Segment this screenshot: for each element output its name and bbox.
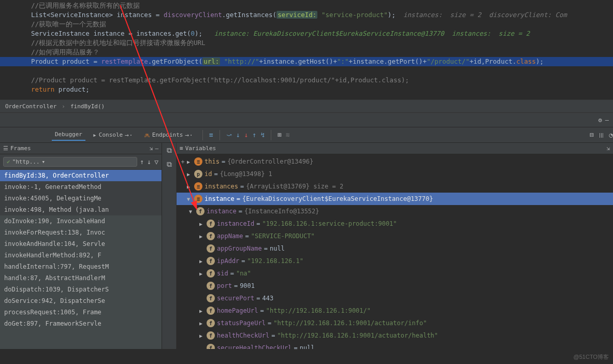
expand-icon[interactable]: ▶ [199,321,207,326]
variable-row[interactable]: ▶fsid="na" [177,267,613,280]
panel-title: Frames [10,145,31,152]
variable-row[interactable]: ▼finstance={InstanceInfo@13552} [177,205,613,217]
stack-frame[interactable]: doGet:897, FrameworkServle [0,318,162,329]
expand-icon[interactable]: ▶ [187,171,194,177]
frames-icon: ☰ [3,145,8,152]
expand-icon[interactable]: ▶ [199,271,207,276]
expand-icon[interactable]: ▶ [199,221,207,227]
pin-icon: →· [125,131,133,139]
step-out-icon[interactable]: ↑ [253,131,257,139]
variables-icon: ≡ [180,145,183,152]
variable-row[interactable]: ▶pid={Long@13498} 1 [177,168,613,180]
stack-frame[interactable]: doInvoke:190, InvocableHand [0,215,162,227]
minimize-icon[interactable]: — [605,117,609,124]
variable-row[interactable]: ▶fhomePageUrl="http://192.168.126.1:9001… [177,304,613,317]
debug-tool-header: ⚙ — [0,113,613,127]
stack-frame[interactable]: findById:38, OrderController [0,170,162,181]
evaluate-expression-icon[interactable]: ⊞ [278,131,282,139]
stack-frame[interactable]: invoke:45005, DelegatingMe [0,193,162,204]
step-into-icon[interactable]: ↓ [236,131,240,139]
force-step-into-icon[interactable]: ↓ [244,131,249,139]
variable-row[interactable]: fport=9001 [177,280,613,292]
inline-hint: instances: size = 2 discoveryClient: Com [396,11,567,19]
collapse-icon[interactable]: ▼ [187,196,194,202]
tab-debugger[interactable]: Debugger [52,129,85,141]
separator [271,130,271,140]
gear-icon[interactable]: ⚙ [599,117,602,124]
variable-row[interactable]: ▶fhealthCheckUrl="http://192.168.126.1:9… [177,329,613,342]
settings-icon[interactable]: ◔ [609,131,613,139]
variables-panel: ≡Variables ⇲ ＋▶≡this={OrderController@13… [177,143,613,349]
debug-tab-bar: Debugger ▸Console →· ⩕Endpoints →· ≡ ⤻ ↓… [0,127,613,143]
separator [220,130,220,140]
stack-frame[interactable]: processRequest:1005, Frame [0,307,162,318]
panel-title: Variables [185,145,216,152]
chevron-right-icon: › [62,103,65,110]
show-execution-point-icon[interactable]: ≡ [209,131,213,139]
code-text: List<ServiceInstance> instances = [31,11,164,19]
stack-frame[interactable]: invoke:-1, GeneratedMethod [0,181,162,193]
variable-row[interactable]: ▼≡instance={EurekaDiscoveryClient$Eureka… [177,193,613,205]
next-frame-icon[interactable]: ↓ [147,158,151,166]
restore-icon[interactable]: ⇲ [150,145,153,152]
tab-console[interactable]: ▸Console →· [90,129,136,141]
variable-row[interactable]: fappGroupName=null [177,242,613,255]
breadcrumb: OrderController › findById() [0,99,613,113]
variable-row[interactable]: ▶≡instances={ArrayList@13769} size = 2 [177,180,613,193]
copy-icon[interactable]: ⧉ [167,146,172,155]
variable-row[interactable]: ＋▶≡this={OrderController@13496} [177,155,613,168]
collapse-icon[interactable]: ▼ [189,209,196,214]
variable-row[interactable]: ▶fstatusPageUrl="http://192.168.126.1:90… [177,317,613,329]
stack-frame[interactable]: invokeAndHandle:104, Servle [0,238,162,250]
stack-frame[interactable]: invoke:498, Method (java.lan [0,204,162,215]
check-icon: ✔ [7,158,10,165]
tab-endpoints[interactable]: ⩕Endpoints →· [140,129,196,141]
stack-frame[interactable]: handle:87, AbstractHandlerM [0,272,162,284]
link-icon[interactable]: ⧉ [167,160,172,169]
expand-icon[interactable]: ▶ [199,308,207,314]
variable-row[interactable]: fsecurePort=443 [177,292,613,304]
code-comment: //已调用服务名称获取所有的元数据 [31,2,140,9]
thread-selector[interactable]: ✔ "http... ▾ [3,157,137,167]
variable-row[interactable]: ▶finstanceId="192.168.126.1:service-prod… [177,217,613,230]
thread-dump-icon[interactable]: ⫼ [598,131,605,139]
frames-list[interactable]: findById:38, OrderController invoke:-1, … [0,170,162,349]
expand-icon[interactable]: ▶ [199,234,207,239]
inline-hint: instance: EurekaDiscoveryClient$EurekaSe… [202,30,530,37]
stack-frame[interactable]: invokeHandlerMethod:892, F [0,250,162,261]
stack-frame[interactable]: invokeForRequest:138, Invoc [0,227,162,238]
stack-frame[interactable]: doDispatch:1039, DispatcherS [0,284,162,295]
endpoints-icon: ⩕ [143,131,150,139]
stack-frame[interactable]: doService:942, DispatcherSe [0,295,162,307]
vars-gutter: ⧉ ⧉ [162,143,177,349]
code-editor[interactable]: //已调用服务名称获取所有的元数据 List<ServiceInstance> … [0,0,613,99]
hide-icon[interactable]: — [155,145,158,152]
console-icon: ▸ [93,131,97,139]
frames-panel: ☰Frames ⇲ — ✔ "http... ▾ ↑ ↓ ▽ findById:… [0,143,162,349]
expand-icon[interactable]: ▶ [199,258,207,264]
crumb-class[interactable]: OrderController [2,102,60,111]
layout-icon[interactable]: ⊟ [590,131,594,139]
variable-row[interactable]: fsecureHealthCheckUrl=null [177,342,613,349]
separator [202,130,203,140]
variables-tree[interactable]: ＋▶≡this={OrderController@13496} ▶pid={Lo… [177,154,613,349]
drop-frame-icon[interactable]: ↯ [260,131,265,139]
add-watch-icon[interactable]: ＋ [179,157,187,166]
stack-frame[interactable]: handleInternal:797, RequestM [0,261,162,272]
expand-icon[interactable]: ▶ [199,333,207,339]
expand-icon[interactable]: ▶ [187,159,194,165]
expand-icon[interactable]: ▶ [187,184,194,190]
restore-icon[interactable]: ⇲ [606,145,610,152]
crumb-method[interactable]: findById() [67,102,108,111]
step-over-icon[interactable]: ⤻ [226,131,232,139]
filter-icon[interactable]: ▽ [154,158,158,166]
variable-row[interactable]: ▶fappName="SERVICE-PRODUCT" [177,230,613,242]
pin-icon: →· [185,131,193,139]
trace-icon[interactable]: ≋ [286,131,290,139]
chevron-down-icon: ▾ [42,158,46,165]
prev-frame-icon[interactable]: ↑ [140,158,144,166]
current-line: Product product = restTemplate.getForObj… [0,57,613,66]
watermark: @51CTO博客 [574,353,609,361]
variable-row[interactable]: ▶fipAddr="192.168.126.1" [177,255,613,267]
